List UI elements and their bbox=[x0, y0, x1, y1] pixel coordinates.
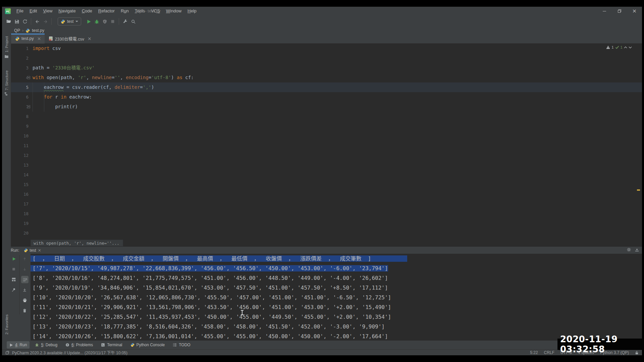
menu-refactor[interactable]: Refactor bbox=[95, 7, 118, 15]
menu-edit[interactable]: Edit bbox=[26, 7, 40, 15]
restore-layout-icon[interactable] bbox=[10, 276, 17, 283]
run-icon bbox=[9, 343, 13, 347]
editor-tab-bar: test.py × CSV 2330台積電.csv × bbox=[11, 34, 642, 44]
soft-wrap-icon[interactable] bbox=[21, 276, 29, 283]
back-icon[interactable] bbox=[34, 18, 41, 25]
run-tab-test[interactable]: test × bbox=[22, 247, 43, 254]
wrench-icon[interactable] bbox=[121, 18, 129, 25]
open-folder-icon[interactable] bbox=[5, 18, 12, 25]
run-panel-body: [ ， 日期 ， 成交股數 ， 成交金額 ， 開盤價 ， 最高價 ， 最低價 ，… bbox=[9, 254, 642, 341]
line-numbers: 1234567891011121314151617181920 bbox=[11, 44, 29, 238]
tab-2330-csv[interactable]: CSV 2330台積電.csv × bbox=[45, 34, 95, 44]
tab-test-py[interactable]: test.py × bbox=[11, 34, 45, 44]
run-button[interactable] bbox=[85, 18, 92, 25]
title-bar: PC FileEditViewNavigateCodeRefactorRunTo… bbox=[2, 7, 642, 15]
code-line-13 bbox=[33, 160, 194, 170]
tool-button-structure[interactable]: 7: Structure bbox=[2, 70, 11, 96]
forward-icon[interactable] bbox=[42, 18, 49, 25]
tool-button-6-problems[interactable]: 6: Problems bbox=[63, 341, 96, 349]
warning-stripe-mark[interactable] bbox=[637, 189, 640, 191]
scroll-to-end-icon[interactable] bbox=[21, 286, 29, 294]
menu-run[interactable]: Run bbox=[118, 7, 132, 15]
python-icon bbox=[15, 37, 19, 41]
code-line-18 bbox=[33, 209, 194, 219]
close-button[interactable]: × bbox=[627, 7, 642, 15]
debug-button[interactable] bbox=[93, 18, 100, 25]
pin-icon[interactable] bbox=[10, 286, 17, 294]
run-panel-header: Run: test × bbox=[9, 247, 642, 254]
stop-button[interactable] bbox=[109, 18, 116, 25]
tool-window-bar: 4: Run5: Debug6: ProblemsTerminalPython … bbox=[2, 341, 642, 349]
tool-button-terminal[interactable]: Terminal bbox=[98, 341, 125, 349]
code-line-8 bbox=[33, 112, 194, 121]
run-config-name: test bbox=[67, 19, 73, 24]
restore-button[interactable] bbox=[612, 7, 627, 15]
down-stack-icon[interactable] bbox=[21, 265, 29, 273]
minimize-button[interactable] bbox=[597, 7, 612, 15]
rerun-button[interactable] bbox=[10, 255, 17, 262]
line-number-16: 16 bbox=[11, 189, 29, 199]
console-row-2: ['8', '2020/10/16', '48,274,801', '21,77… bbox=[31, 273, 642, 283]
sync-icon[interactable] bbox=[21, 18, 29, 25]
warning-icon bbox=[606, 45, 610, 49]
status-5-22[interactable]: 5:22 bbox=[530, 350, 538, 355]
line-number-5: 5 bbox=[11, 82, 29, 92]
chevron-down-icon[interactable] bbox=[629, 46, 632, 49]
code-line-7: print(r) bbox=[33, 102, 194, 112]
line-number-12: 12 bbox=[11, 150, 29, 160]
line-number-6: 6 bbox=[11, 92, 29, 102]
stop-button[interactable] bbox=[10, 265, 17, 273]
status-crlf[interactable]: CRLF bbox=[544, 350, 554, 355]
fold-marker-line7[interactable] bbox=[27, 105, 30, 108]
print-icon[interactable] bbox=[21, 297, 29, 304]
run-panel-title: Run: bbox=[11, 248, 19, 253]
save-icon[interactable] bbox=[13, 18, 20, 25]
run-toolbar-console bbox=[19, 255, 28, 314]
tool-button-python-console[interactable]: Python Console bbox=[128, 341, 168, 349]
inspection-widget[interactable]: 1 1 bbox=[606, 45, 632, 49]
close-icon[interactable]: × bbox=[88, 36, 92, 41]
tool-button-5-debug[interactable]: 5: Debug bbox=[32, 341, 60, 349]
line-number-14: 14 bbox=[11, 170, 29, 180]
tool-button-todo[interactable]: TODO bbox=[170, 341, 193, 349]
line-number-11: 11 bbox=[11, 141, 29, 150]
toolbar-separator bbox=[119, 18, 119, 25]
status-message[interactable]: PyCharm 2020.2.3 available // Update... … bbox=[12, 350, 127, 355]
code-editor[interactable]: 1234567891011121314151617181920 import c… bbox=[11, 44, 642, 247]
status-bar: PyCharm 2020.2.3 available // Update... … bbox=[2, 349, 642, 355]
structure-tool-label: 7: Structure bbox=[5, 70, 9, 90]
gear-icon[interactable] bbox=[627, 247, 631, 252]
menu-code[interactable]: Code bbox=[79, 7, 95, 15]
menu-file[interactable]: File bbox=[13, 7, 26, 15]
structure-icon bbox=[4, 92, 9, 96]
hide-panel-icon[interactable] bbox=[635, 247, 639, 252]
line-number-9: 9 bbox=[11, 121, 29, 131]
text-cursor bbox=[241, 310, 244, 315]
tool-button-4-run[interactable]: 4: Run bbox=[7, 341, 30, 349]
fold-marker-line4[interactable] bbox=[27, 76, 30, 79]
code-line-2 bbox=[33, 53, 194, 63]
menu-window[interactable]: Window bbox=[163, 7, 184, 15]
code-line-12 bbox=[33, 150, 194, 160]
close-icon[interactable]: × bbox=[38, 248, 41, 253]
search-icon[interactable] bbox=[129, 18, 137, 25]
code-line-10 bbox=[33, 131, 194, 141]
close-icon[interactable]: × bbox=[37, 36, 41, 41]
code-area[interactable]: import csvpath = '2330台積電.csv'with open(… bbox=[33, 44, 194, 238]
menu-view[interactable]: View bbox=[40, 7, 55, 15]
tool-button-project[interactable]: 1: Project bbox=[2, 36, 11, 59]
menu-navigate[interactable]: Navigate bbox=[55, 7, 78, 15]
up-stack-icon[interactable] bbox=[21, 255, 29, 262]
breadcrumb-project[interactable]: QP bbox=[14, 28, 20, 33]
coverage-button[interactable]: C bbox=[101, 18, 108, 25]
clear-trash-icon[interactable] bbox=[21, 307, 29, 314]
run-toolbar-main bbox=[9, 255, 18, 294]
menu-help[interactable]: Help bbox=[184, 7, 200, 15]
line-number-13: 13 bbox=[11, 160, 29, 170]
run-configuration-select[interactable]: test bbox=[58, 17, 81, 25]
chevron-up-icon[interactable] bbox=[624, 46, 627, 49]
code-line-4: with open(path, 'r', newline='', encodin… bbox=[33, 73, 194, 82]
console-output[interactable]: [ ， 日期 ， 成交股數 ， 成交金額 ， 開盤價 ， 最高價 ， 最低價 ，… bbox=[31, 254, 642, 341]
warning-count: 1 bbox=[611, 45, 613, 49]
breadcrumb-file[interactable]: test.py bbox=[32, 28, 44, 33]
